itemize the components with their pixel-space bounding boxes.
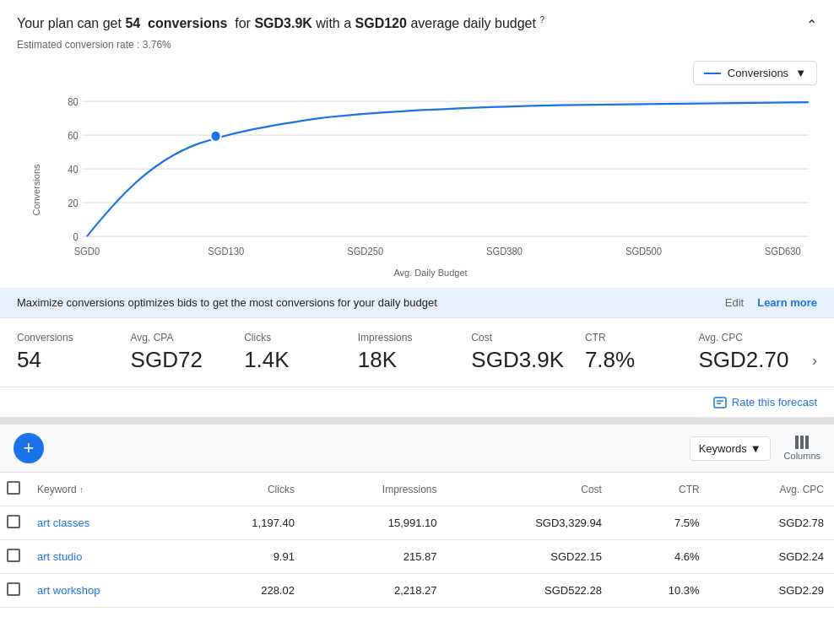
row-checkbox[interactable] (7, 515, 20, 528)
y-axis-label: Conversions (31, 165, 41, 216)
metric-ctr: CTR 7.8% (585, 332, 699, 373)
collapse-icon[interactable]: ⌃ (806, 15, 817, 35)
clicks-cell: 1,197.40 (185, 506, 305, 540)
chevron-down-icon: ▼ (795, 67, 806, 79)
svg-text:SGD380: SGD380 (486, 246, 523, 257)
budget-value: SGD120 (355, 16, 407, 30)
row-checkbox[interactable] (7, 582, 20, 596)
metrics-next-arrow[interactable]: › (812, 332, 817, 370)
cost-header: Cost (447, 473, 612, 506)
chart-dropdown[interactable]: Conversions ▼ (693, 61, 817, 85)
clicks-header: Clicks (185, 473, 305, 506)
ctr-cell: 7.5% (612, 506, 710, 540)
columns-button[interactable]: Columns (784, 436, 820, 461)
row-checkbox-cell (0, 540, 27, 574)
metric-clicks: Clicks 1.4K (244, 332, 358, 373)
svg-text:40: 40 (68, 163, 79, 175)
svg-text:20: 20 (68, 197, 79, 208)
metrics-row: Conversions 54 Avg. CPA SGD72 Clicks 1.4… (0, 318, 834, 387)
svg-text:SGD630: SGD630 (765, 246, 801, 257)
learn-more-link[interactable]: Learn more (757, 296, 817, 309)
keyword-cell[interactable]: art studio (27, 540, 185, 574)
clicks-cell: 9.91 (185, 540, 305, 574)
svg-text:SGD0: SGD0 (74, 246, 100, 257)
conversions-count: 54 (125, 16, 140, 30)
info-banner-actions: Edit Learn more (725, 296, 817, 309)
toolbar-row: + Keywords ▼ Columns (0, 425, 834, 473)
metric-avg-cpa: Avg. CPA SGD72 (131, 332, 245, 373)
avg-cpc-cell: SGD2.78 (710, 506, 834, 540)
impressions-cell: 215.87 (305, 540, 447, 574)
chart-area: 80 60 40 20 0 SGD0 SGD130 SGD250 SGD380 … (44, 92, 817, 261)
ctr-cell: 10.3% (612, 574, 710, 608)
row-checkbox-cell (0, 574, 27, 608)
sort-icon[interactable]: ↑ (79, 485, 84, 495)
clicks-cell: 228.02 (185, 574, 305, 608)
chart-dot (210, 131, 220, 142)
chart-dropdown-label: Conversions (728, 67, 788, 79)
svg-text:60: 60 (68, 129, 79, 141)
keywords-table-container: Keyword ↑ Clicks Impressions Cost CTR Av… (0, 473, 834, 608)
svg-text:SGD500: SGD500 (626, 246, 662, 257)
row-checkbox-cell (0, 506, 27, 540)
add-button[interactable]: + (14, 433, 44, 463)
keywords-label: Keywords (699, 442, 747, 455)
conversion-rate: Estimated conversion rate : 3.76% (17, 39, 817, 51)
edit-link[interactable]: Edit (725, 296, 744, 309)
svg-text:0: 0 (73, 230, 79, 242)
row-checkbox[interactable] (7, 549, 20, 562)
metric-avg-cpc: Avg. CPC SGD2.70 (698, 332, 812, 373)
section-divider (0, 418, 834, 425)
ctr-header: CTR (612, 473, 710, 506)
x-axis-label: Avg. Daily Budget (44, 268, 817, 288)
avg-cpc-header: Avg. CPC (710, 473, 834, 506)
impressions-cell: 15,991.10 (305, 506, 447, 540)
chevron-down-icon: ▼ (750, 442, 761, 455)
columns-icon (795, 436, 809, 449)
cost-cell: SGD522.28 (447, 574, 612, 608)
avg-cpc-cell: SGD2.24 (710, 540, 834, 574)
conversions-label: conversions (148, 16, 227, 30)
avg-cpc-cell: SGD2.29 (710, 574, 834, 608)
plan-headline: Your plan can get 54 conversions for SGD… (17, 14, 817, 34)
impressions-cell: 2,218.27 (305, 574, 447, 608)
svg-text:80: 80 (68, 95, 79, 107)
columns-label: Columns (784, 451, 820, 461)
toolbar-right: Keywords ▼ Columns (690, 436, 820, 461)
chart-wrapper: Conversions 80 60 40 20 0 SGD0 SGD130 SG… (17, 92, 817, 288)
metric-cost: Cost SGD3.9K (471, 332, 585, 373)
help-icon[interactable]: ? (539, 15, 544, 24)
info-banner: Maximize conversions optimizes bids to g… (0, 288, 834, 317)
impressions-header: Impressions (305, 473, 447, 506)
legend-line-icon (704, 73, 721, 74)
cost-cell: SGD22.15 (447, 540, 612, 574)
keywords-table: Keyword ↑ Clicks Impressions Cost CTR Av… (0, 473, 834, 608)
keywords-dropdown[interactable]: Keywords ▼ (690, 436, 771, 461)
forecast-icon (713, 397, 727, 409)
info-banner-text: Maximize conversions optimizes bids to g… (17, 296, 437, 309)
rate-forecast-row: Rate this forecast (0, 387, 834, 418)
keyword-header: Keyword ↑ (27, 473, 185, 506)
select-all-header (0, 473, 27, 506)
svg-text:SGD130: SGD130 (208, 246, 244, 257)
keyword-cell[interactable]: art classes (27, 506, 185, 540)
svg-rect-16 (714, 398, 726, 408)
cost-value: SGD3.9K (254, 16, 311, 30)
table-header: Keyword ↑ Clicks Impressions Cost CTR Av… (0, 473, 834, 506)
table-row: art workshop 228.02 2,218.27 SGD522.28 1… (0, 574, 834, 608)
chart-controls: Conversions ▼ (17, 61, 817, 85)
select-all-checkbox[interactable] (7, 481, 20, 495)
metric-impressions: Impressions 18K (358, 332, 472, 373)
rate-forecast-link[interactable]: Rate this forecast (713, 396, 817, 409)
cost-cell: SGD3,329.94 (447, 506, 612, 540)
table-body: art classes 1,197.40 15,991.10 SGD3,329.… (0, 506, 834, 608)
table-row: art studio 9.91 215.87 SGD22.15 4.6% SGD… (0, 540, 834, 574)
svg-text:SGD250: SGD250 (347, 246, 383, 257)
ctr-cell: 4.6% (612, 540, 710, 574)
keyword-cell[interactable]: art workshop (27, 574, 185, 608)
chart-svg: 80 60 40 20 0 SGD0 SGD130 SGD250 SGD380 … (44, 92, 817, 261)
table-row: art classes 1,197.40 15,991.10 SGD3,329.… (0, 506, 834, 540)
metric-conversions: Conversions 54 (17, 332, 131, 373)
